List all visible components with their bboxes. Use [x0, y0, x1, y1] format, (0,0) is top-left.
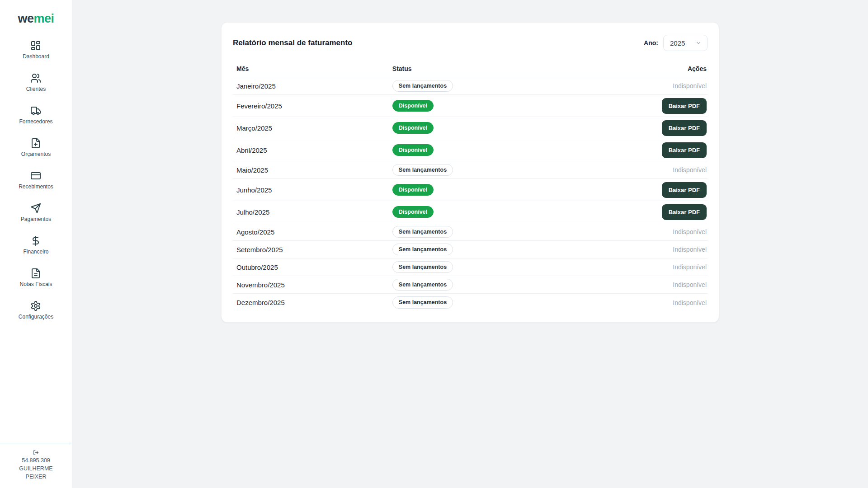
indisponivel-label: Indisponível — [673, 246, 707, 253]
status-badge: Disponível — [392, 122, 434, 134]
year-label: Ano: — [644, 39, 658, 47]
indisponivel-label: Indisponível — [673, 263, 707, 271]
status-cell: Sem lançamentos — [392, 164, 644, 176]
sidebar-item-label: Orçamentos — [21, 151, 51, 157]
table-header-row: Mês Status Ações — [233, 60, 708, 77]
status-badge: Sem lançamentos — [392, 164, 453, 176]
baixar-pdf-button[interactable]: Baixar PDF — [662, 98, 707, 114]
status-cell: Sem lançamentos — [392, 244, 644, 256]
sidebar-item-notas-fiscais[interactable]: Notas Fiscais — [19, 268, 52, 287]
column-header-actions: Ações — [644, 65, 708, 72]
baixar-pdf-button[interactable]: Baixar PDF — [662, 182, 707, 198]
column-header-status: Status — [392, 65, 644, 72]
sidebar-item-configuracoes[interactable]: Configurações — [19, 300, 53, 320]
table-row: Janeiro/2025 Sem lançamentos Indisponíve… — [233, 77, 708, 95]
indisponivel-label: Indisponível — [673, 281, 707, 288]
sidebar-item-clientes[interactable]: Clientes — [26, 73, 46, 92]
status-badge: Disponível — [392, 184, 434, 196]
dollar-icon — [30, 235, 41, 246]
status-cell: Disponível — [392, 122, 644, 134]
table-row: Fevereiro/2025 Disponível Baixar PDF — [233, 95, 708, 117]
month-cell: Novembro/2025 — [233, 281, 392, 289]
status-badge: Sem lançamentos — [392, 80, 453, 92]
table-row: Agosto/2025 Sem lançamentos Indisponível — [233, 223, 708, 241]
month-cell: Julho/2025 — [233, 208, 392, 216]
month-cell: Abril/2025 — [233, 146, 392, 154]
sidebar-item-label: Pagamentos — [21, 216, 51, 222]
company-id: 54.895.309 — [22, 457, 50, 464]
action-cell: Baixar PDF — [644, 142, 708, 158]
action-cell: Indisponível — [644, 228, 708, 236]
year-select[interactable]: 2025 — [663, 35, 708, 51]
table-row: Dezembro/2025 Sem lançamentos Indisponív… — [233, 294, 708, 311]
table-row: Outubro/2025 Sem lançamentos Indisponíve… — [233, 258, 708, 276]
sidebar-item-label: Financeiro — [23, 249, 48, 255]
baixar-pdf-button[interactable]: Baixar PDF — [662, 120, 707, 136]
month-cell: Agosto/2025 — [233, 228, 392, 236]
status-cell: Sem lançamentos — [392, 296, 644, 309]
send-icon — [30, 203, 41, 214]
status-badge: Sem lançamentos — [392, 279, 453, 291]
table-row: Julho/2025 Disponível Baixar PDF — [233, 201, 708, 223]
status-cell: Disponível — [392, 144, 644, 156]
month-cell: Dezembro/2025 — [233, 299, 392, 306]
status-cell: Sem lançamentos — [392, 80, 644, 92]
indisponivel-label: Indisponível — [673, 228, 707, 235]
logout-icon[interactable] — [33, 450, 39, 455]
sidebar-item-recebimentos[interactable]: Recebimentos — [19, 170, 53, 190]
year-value: 2025 — [670, 39, 685, 47]
sidebar-item-dashboard[interactable]: Dashboard — [23, 40, 49, 60]
users-icon — [30, 73, 41, 84]
action-cell: Indisponível — [644, 263, 708, 271]
sidebar-item-orcamentos[interactable]: Orçamentos — [21, 138, 51, 157]
status-badge: Disponível — [392, 206, 434, 218]
sidebar-footer: 54.895.309 GUILHERME PEIXER — [0, 444, 72, 488]
sidebar-item-label: Dashboard — [23, 53, 49, 60]
sidebar-item-pagamentos[interactable]: Pagamentos — [21, 203, 51, 222]
month-cell: Setembro/2025 — [233, 246, 392, 253]
month-cell: Março/2025 — [233, 124, 392, 132]
truck-icon — [30, 105, 41, 116]
logo-text-mei: mei — [34, 12, 54, 25]
chevron-down-icon — [695, 40, 702, 46]
status-cell: Sem lançamentos — [392, 279, 644, 291]
status-badge: Disponível — [392, 144, 434, 156]
table-row: Março/2025 Disponível Baixar PDF — [233, 117, 708, 139]
month-cell: Outubro/2025 — [233, 263, 392, 271]
billing-report-card: Relatório mensal de faturamento Ano: 202… — [221, 22, 719, 323]
sidebar-item-label: Recebimentos — [19, 183, 53, 190]
logo-text-we: we — [18, 12, 33, 25]
file-plus-icon — [30, 138, 41, 149]
status-badge: Disponível — [392, 100, 434, 112]
action-cell: Indisponível — [644, 281, 708, 289]
sidebar-item-financeiro[interactable]: Financeiro — [23, 235, 48, 255]
indisponivel-label: Indisponível — [673, 299, 707, 306]
baixar-pdf-button[interactable]: Baixar PDF — [662, 204, 707, 220]
status-cell: Disponível — [392, 184, 644, 196]
month-cell: Junho/2025 — [233, 186, 392, 194]
table-body: Janeiro/2025 Sem lançamentos Indisponíve… — [233, 77, 708, 311]
action-cell: Baixar PDF — [644, 120, 708, 136]
month-cell: Janeiro/2025 — [233, 82, 392, 90]
action-cell: Baixar PDF — [644, 98, 708, 114]
action-cell: Baixar PDF — [644, 182, 708, 198]
action-cell: Baixar PDF — [644, 204, 708, 220]
baixar-pdf-button[interactable]: Baixar PDF — [662, 142, 707, 158]
main-content: Relatório mensal de faturamento Ano: 202… — [72, 0, 868, 323]
year-picker: Ano: 2025 — [644, 35, 708, 51]
credit-card-icon — [30, 170, 41, 181]
status-cell: Sem lançamentos — [392, 226, 644, 238]
page-title: Relatório mensal de faturamento — [233, 38, 353, 47]
indisponivel-label: Indisponível — [673, 166, 707, 174]
billing-table: Mês Status Ações Janeiro/2025 Sem lançam… — [233, 60, 708, 311]
status-badge: Sem lançamentos — [392, 226, 453, 238]
sidebar-item-label: Notas Fiscais — [19, 281, 52, 287]
month-cell: Fevereiro/2025 — [233, 102, 392, 110]
sidebar-item-label: Configurações — [19, 314, 53, 320]
status-cell: Sem lançamentos — [392, 261, 644, 273]
sidebar-item-fornecedores[interactable]: Fornecedores — [19, 105, 52, 125]
status-cell: Disponível — [392, 100, 644, 112]
dashboard-icon — [30, 40, 41, 51]
action-cell: Indisponível — [644, 299, 708, 307]
action-cell: Indisponível — [644, 82, 708, 90]
